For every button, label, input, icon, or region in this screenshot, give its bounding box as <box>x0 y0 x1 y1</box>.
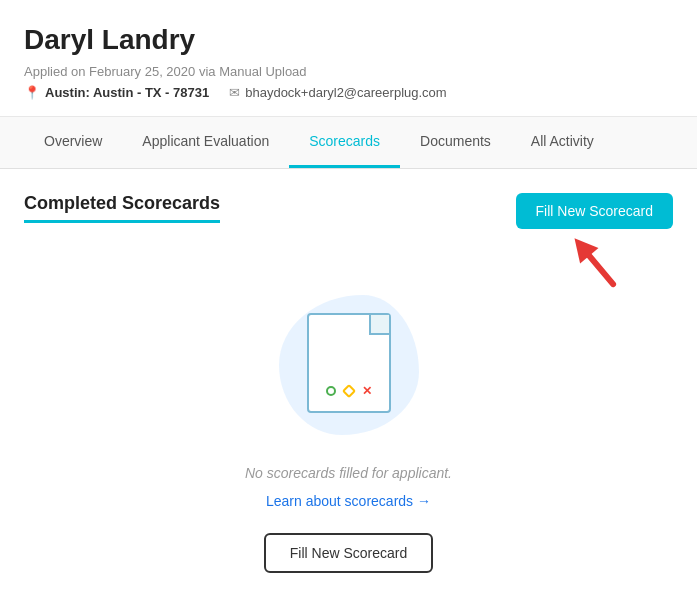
document-icon: ✕ <box>307 313 391 413</box>
header: Daryl Landry Applied on February 25, 202… <box>0 0 697 117</box>
tab-overview[interactable]: Overview <box>24 117 122 168</box>
section-title: Completed Scorecards <box>24 193 220 223</box>
tab-documents[interactable]: Documents <box>400 117 511 168</box>
doc-lines: ✕ <box>326 385 372 397</box>
tab-all-activity[interactable]: All Activity <box>511 117 614 168</box>
doc-body: ✕ <box>307 313 391 413</box>
email-text: bhaydock+daryl2@careerplug.com <box>245 85 446 100</box>
dot-red: ✕ <box>362 385 372 397</box>
dot-yellow <box>341 384 355 398</box>
empty-illustration: ✕ <box>269 285 429 445</box>
meta-row: 📍 Austin: Austin - TX - 78731 ✉ bhaydock… <box>24 85 673 100</box>
nav-tabs: Overview Applicant Evaluation Scorecards… <box>0 117 697 169</box>
fill-scorecard-bottom-button[interactable]: Fill New Scorecard <box>264 533 433 573</box>
tab-scorecards[interactable]: Scorecards <box>289 117 400 168</box>
main-content: Completed Scorecards Fill New Scorecard <box>0 169 697 611</box>
location-icon: 📍 <box>24 85 40 100</box>
location-item: 📍 Austin: Austin - TX - 78731 <box>24 85 209 100</box>
applicant-name: Daryl Landry <box>24 24 673 56</box>
doc-corner <box>369 315 389 335</box>
learn-about-scorecards-link[interactable]: Learn about scorecards → <box>266 493 431 509</box>
dot-green <box>326 386 336 396</box>
email-item: ✉ bhaydock+daryl2@careerplug.com <box>229 85 446 100</box>
no-scorecards-text: No scorecards filled for applicant. <box>245 465 452 481</box>
tab-applicant-evaluation[interactable]: Applicant Evaluation <box>122 117 289 168</box>
location-text: Austin: Austin - TX - 78731 <box>45 85 209 100</box>
section-header: Completed Scorecards Fill New Scorecard <box>24 193 673 229</box>
empty-state: ✕ No scorecards filled for applicant. Le… <box>24 245 673 611</box>
email-icon: ✉ <box>229 85 240 100</box>
fill-scorecard-top-button[interactable]: Fill New Scorecard <box>516 193 673 229</box>
applied-text: Applied on February 25, 2020 via Manual … <box>24 64 673 79</box>
